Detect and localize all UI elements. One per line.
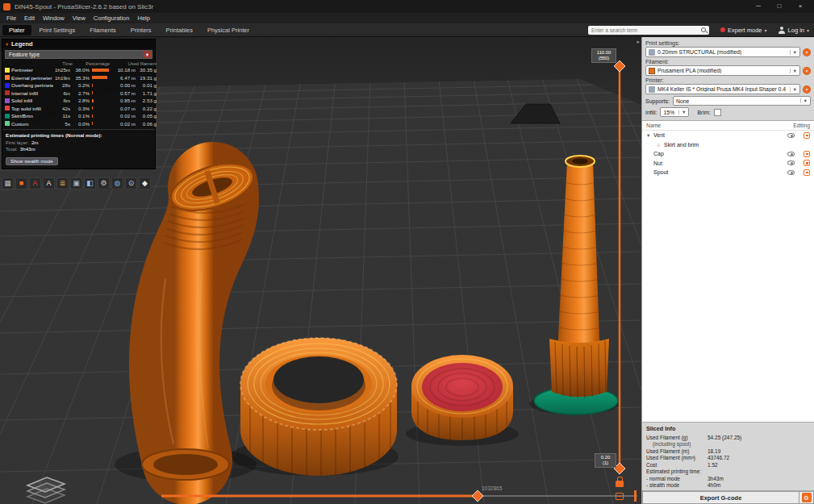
text-icon[interactable]: A: [43, 177, 55, 190]
chevron-down-icon: ▾: [765, 27, 767, 33]
one-layer-mode-icon[interactable]: [616, 493, 624, 500]
layers-icon[interactable]: ≣: [56, 177, 69, 190]
menu-configuration[interactable]: Configuration: [90, 15, 134, 22]
filament-gear-icon[interactable]: [803, 67, 811, 75]
filament-color-swatch: [649, 68, 655, 74]
legend-row-internal-infill[interactable]: Internal infill 6m 2.7% 0.57 m 1.71 g: [2, 90, 155, 98]
legend-header[interactable]: ▾ Legend: [2, 40, 155, 48]
layer-lock-icon[interactable]: [616, 481, 624, 487]
print-settings-gear-icon[interactable]: [803, 48, 811, 56]
move-slider-value: 1032865: [482, 485, 502, 491]
infill-label: Infill:: [645, 110, 657, 115]
search-input[interactable]: [591, 27, 701, 33]
legend-row-perimeter[interactable]: Perimeter 1h25m 38.0% 10.18 m 30.35 g: [2, 66, 155, 74]
search-icon[interactable]: [701, 27, 706, 32]
chevron-down-icon: ▼: [790, 69, 797, 73]
menu-view[interactable]: View: [69, 15, 90, 22]
collapse-sidebar-icon[interactable]: ▸: [637, 39, 640, 45]
editing-icon[interactable]: [804, 169, 810, 176]
login-label: Log in: [788, 27, 804, 34]
object-row-nut[interactable]: Nut: [642, 159, 814, 169]
legend-row-overhang-perimeter[interactable]: Overhang perimeter 28s 0.2% 0.00 m 0.01 …: [2, 81, 155, 90]
pin-icon[interactable]: ⊙: [125, 177, 137, 190]
brim-checkbox[interactable]: [714, 109, 721, 116]
object-icon[interactable]: ■: [15, 177, 27, 190]
title-bar: DIN45-Spout - PrusaSlicer-2.6.2 based on…: [0, 0, 814, 13]
menu-file[interactable]: File: [2, 15, 20, 22]
gear-icon[interactable]: ⚙: [98, 177, 110, 190]
object-row-vent[interactable]: ▼ Vent: [642, 131, 814, 140]
menu-window[interactable]: Window: [39, 15, 69, 22]
legend-row-solid-infill[interactable]: Solid infill 6m 2.8% 0.85 m 2.53 g: [2, 97, 155, 105]
object-row-cap[interactable]: Cap: [642, 149, 814, 159]
eye-icon[interactable]: [787, 152, 795, 156]
platter-icon[interactable]: ▦: [2, 177, 14, 190]
legend-collapse-icon[interactable]: ▾: [6, 41, 8, 47]
legend-row-skirt-brim[interactable]: Skirt/Brim 11s 0.1% 0.02 m 0.05 g: [2, 112, 155, 120]
mode-selector[interactable]: Expert mode ▾: [720, 27, 767, 34]
user-icon: [779, 27, 786, 34]
show-stealth-mode-button[interactable]: Show stealth mode: [6, 157, 58, 165]
editing-icon[interactable]: [804, 132, 810, 139]
object-row-skirt-and-brim[interactable]: ○ Skirt and brim: [642, 140, 814, 150]
tab-printers[interactable]: Printers: [124, 25, 158, 35]
estimate-title: Estimated printing times (Normal mode):: [2, 129, 155, 139]
printer-combo[interactable]: MK4 Keller IS * Original Prusa MK4 Input…: [645, 84, 800, 94]
3d-viewport[interactable]: ▾ Legend Feature type ▼ Time Percentage …: [0, 37, 641, 504]
printer-gear-icon[interactable]: [803, 85, 811, 94]
object-list-editing-header: Editing: [793, 123, 810, 128]
seam-icon[interactable]: ◆: [139, 177, 151, 190]
feature-color-swatch: [5, 114, 10, 119]
maximize-button[interactable]: □: [769, 0, 790, 13]
print-settings-combo[interactable]: 0.20mm STRUCTURAL (modified) ▼: [645, 47, 800, 57]
modifier-circle-icon: ○: [657, 142, 662, 148]
legend-row-custom[interactable]: Custom 5s 0.0% 0.02 m 0.06 g: [2, 120, 155, 128]
text-red-icon[interactable]: A: [29, 177, 41, 190]
supports-label: Supports:: [645, 98, 670, 104]
menu-help[interactable]: Help: [133, 15, 153, 22]
export-options-button[interactable]: G: [799, 491, 814, 504]
menu-edit[interactable]: Edit: [20, 15, 39, 22]
layer-slider-bottom-tooltip: 0.20 (1): [595, 453, 616, 468]
filament-combo[interactable]: Prusament PLA (modified) ▼: [645, 65, 800, 76]
minimize-button[interactable]: ─: [748, 0, 769, 13]
model-cap: [411, 355, 513, 440]
close-button[interactable]: ×: [790, 0, 811, 13]
legend-row-external-perimeter[interactable]: External perimeter 1h19m 35.3% 6.47 m 19…: [2, 74, 155, 82]
tab-plater[interactable]: Plater: [2, 25, 31, 35]
view-type-select[interactable]: Feature type ▼: [5, 50, 152, 59]
legend-panel: ▾ Legend Feature type ▼ Time Percentage …: [2, 39, 156, 169]
tab-filaments[interactable]: Filaments: [83, 25, 123, 35]
infill-combo[interactable]: 15% ▼: [660, 107, 689, 117]
copy-icon[interactable]: ▣: [70, 177, 82, 190]
tab-physical-printer[interactable]: Physical Printer: [201, 25, 256, 35]
feature-color-swatch: [5, 90, 10, 95]
tab-print-settings[interactable]: Print Settings: [33, 25, 82, 35]
total-time: Total: 3h43m: [2, 145, 155, 152]
export-gcode-button[interactable]: Export G-code: [642, 491, 799, 504]
eye-icon[interactable]: [787, 170, 795, 175]
legend-table-header: Time Percentage Used filament: [2, 60, 155, 66]
chevron-down-icon: ▼: [143, 51, 152, 58]
paint-icon[interactable]: ◧: [84, 177, 96, 190]
menu-bar: File Edit Window View Configuration Help: [0, 13, 814, 23]
eye-icon[interactable]: [787, 160, 795, 165]
sliced-info: Sliced Info Used Filament (g)54.25 (247.…: [642, 423, 814, 490]
editing-icon[interactable]: [804, 151, 810, 157]
feature-color-swatch: [5, 98, 10, 103]
sphere-icon[interactable]: ◍: [111, 177, 123, 190]
chevron-down-icon[interactable]: ▼: [646, 133, 651, 138]
editing-icon[interactable]: [804, 160, 810, 166]
tab-printables[interactable]: Printables: [160, 25, 199, 35]
eye-icon[interactable]: [787, 133, 795, 138]
legend-row-top-solid-infill[interactable]: Top solid infill 42s 0.3% 0.07 m 0.22 g: [2, 105, 155, 113]
app-logo-icon: [3, 3, 10, 10]
brim-label: Brim:: [697, 110, 710, 115]
prusaslicer-window: DIN45-Spout - PrusaSlicer-2.6.2 based on…: [0, 0, 814, 504]
tab-bar: Plater Print Settings Filaments Printers…: [0, 23, 814, 37]
supports-combo[interactable]: None ▼: [673, 96, 811, 106]
filament-label: Filament:: [645, 59, 811, 65]
object-row-spout[interactable]: Spout: [642, 168, 814, 177]
chevron-down-icon: ▾: [807, 27, 809, 33]
login-button[interactable]: Log in ▾: [779, 27, 809, 34]
